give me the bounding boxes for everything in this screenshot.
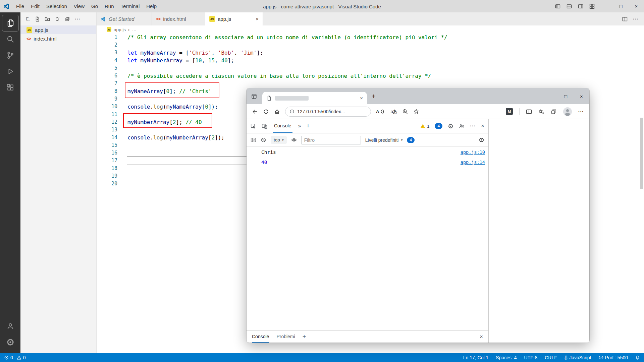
search-icon[interactable] — [2, 31, 18, 47]
explorer-more-icon[interactable]: ··· — [75, 16, 80, 22]
tab-get-started[interactable]: Get Started — [97, 12, 152, 25]
favorites-icon[interactable] — [538, 109, 544, 115]
accounts-icon[interactable] — [2, 318, 18, 334]
browser-close-button[interactable]: × — [574, 88, 589, 104]
extensions-icon[interactable] — [2, 79, 18, 96]
settings-gear-icon[interactable] — [2, 334, 18, 350]
console-filter-input[interactable] — [301, 136, 361, 144]
minimize-button[interactable]: – — [598, 0, 613, 12]
new-folder-icon[interactable] — [45, 16, 50, 22]
message-count-badge[interactable]: 4 — [435, 123, 442, 129]
browser-settings-more-icon[interactable]: ··· — [578, 109, 584, 114]
menu-go[interactable]: Go — [88, 2, 101, 10]
zoom-icon[interactable] — [402, 109, 408, 115]
inspect-element-icon[interactable] — [251, 123, 256, 129]
menu-selection[interactable]: Selection — [43, 2, 70, 10]
language-mode[interactable]: {} JavaScript — [565, 355, 591, 360]
warning-badge[interactable]: 1 — [420, 124, 429, 129]
bottom-tab-console[interactable]: Console — [252, 331, 269, 343]
toggle-panel-icon[interactable] — [564, 0, 575, 12]
indentation[interactable]: Spaces: 4 — [496, 355, 517, 360]
new-tab-button[interactable]: + — [372, 93, 376, 100]
tab-close-icon[interactable]: × — [256, 16, 259, 22]
file-item-appjs[interactable]: JS app.js — [20, 25, 96, 34]
device-toolbar-icon[interactable] — [262, 123, 267, 129]
console-source-link[interactable]: app.js:10 — [461, 149, 485, 155]
customize-layout-icon[interactable] — [586, 0, 598, 12]
console-row[interactable]: Chris app.js:10 — [247, 147, 488, 157]
problems-indicator[interactable]: 0 0 — [4, 355, 26, 360]
devtools-settings-icon[interactable] — [448, 123, 453, 129]
browser-minimize-button[interactable]: – — [542, 88, 558, 104]
explorer-icon[interactable] — [2, 15, 18, 31]
menu-file[interactable]: File — [13, 2, 28, 10]
devtools-more-icon[interactable]: ··· — [470, 123, 476, 129]
code-line[interactable] — [127, 41, 644, 49]
pinned-extension-m-icon[interactable]: M — [506, 108, 513, 115]
console-row[interactable]: 40 app.js:14 — [247, 157, 488, 167]
add-devtools-tab-icon[interactable]: + — [306, 123, 310, 130]
tab-actions-icon[interactable] — [251, 94, 257, 99]
menu-run[interactable]: Run — [101, 2, 117, 10]
clear-console-icon[interactable] — [261, 137, 266, 143]
editor-scrollbar[interactable] — [640, 118, 643, 189]
new-file-icon[interactable] — [35, 16, 40, 22]
collapse-folders-icon[interactable] — [65, 16, 70, 22]
refresh-icon[interactable] — [263, 109, 269, 115]
back-icon[interactable] — [252, 109, 258, 115]
profile-avatar[interactable] — [563, 107, 572, 116]
console-settings-icon[interactable] — [479, 137, 484, 143]
breadcrumb-more[interactable]: … — [132, 27, 137, 32]
split-screen-icon[interactable] — [526, 109, 532, 115]
close-button[interactable]: × — [629, 0, 644, 12]
devtools-profiles-icon[interactable] — [459, 123, 465, 129]
live-server-port[interactable]: Port : 5500 — [599, 355, 628, 360]
home-icon[interactable] — [274, 109, 280, 115]
menu-view[interactable]: View — [70, 2, 88, 10]
code-line[interactable]: let myNumberArray = [10, 15, 40]; — [127, 57, 644, 64]
toggle-sidebar-icon[interactable] — [552, 0, 564, 12]
translate-icon[interactable]: aあ — [390, 109, 397, 115]
browser-tab-close-icon[interactable]: × — [360, 95, 363, 101]
address-bar[interactable]: 127.0.0.1:5500/index... — [285, 107, 371, 117]
favorite-add-icon[interactable] — [413, 109, 419, 115]
encoding[interactable]: UTF-8 — [524, 355, 538, 360]
refresh-explorer-icon[interactable] — [55, 16, 60, 22]
browser-tab[interactable]: × — [262, 92, 367, 104]
split-editor-icon[interactable] — [622, 16, 628, 22]
bottom-close-icon[interactable]: × — [480, 334, 483, 340]
read-aloud-icon[interactable]: A — [376, 109, 385, 115]
breadcrumb-file[interactable]: app.js — [114, 27, 126, 32]
code-line[interactable]: /* è possibile accedere a ciascun valore… — [127, 72, 644, 80]
bottom-add-tab-icon[interactable]: + — [303, 333, 306, 340]
eol-sequence[interactable]: CRLF — [545, 355, 557, 360]
bottom-tab-problems[interactable]: Problemi — [276, 331, 295, 343]
page-viewport[interactable] — [489, 119, 589, 343]
menu-help[interactable]: Help — [143, 2, 160, 10]
cursor-position[interactable]: Ln 17, Col 1 — [463, 355, 489, 360]
maximize-button[interactable]: □ — [613, 0, 629, 12]
notifications-bell-icon[interactable] — [635, 355, 640, 360]
devtools-close-icon[interactable]: × — [481, 123, 484, 129]
console-message-badge[interactable]: 4 — [407, 137, 415, 143]
collections-icon[interactable] — [551, 109, 557, 115]
menu-edit[interactable]: Edit — [28, 2, 43, 10]
file-item-indexhtml[interactable]: <> index.html — [20, 34, 96, 43]
tab-index-html[interactable]: <> index.html — [152, 12, 205, 25]
console-source-link[interactable]: app.js:14 — [461, 160, 485, 165]
eye-icon[interactable] — [291, 137, 297, 143]
more-tabs-icon[interactable]: » — [298, 123, 301, 129]
console-sidebar-icon[interactable] — [251, 137, 256, 143]
run-and-debug-icon[interactable] — [2, 63, 18, 79]
menu-terminal[interactable]: Terminal — [117, 2, 143, 10]
code-line[interactable]: /* Gli array consentono di associare ad … — [127, 34, 644, 41]
devtools-tab-console[interactable]: Console — [273, 119, 292, 133]
browser-maximize-button[interactable]: □ — [558, 88, 574, 104]
editor-more-icon[interactable]: ··· — [633, 16, 639, 22]
context-selector[interactable]: top ▾ — [271, 136, 287, 144]
toggle-secondary-sidebar-icon[interactable] — [575, 0, 586, 12]
code-line[interactable] — [127, 64, 644, 72]
log-levels-dropdown[interactable]: Livelli predefiniti ▾ — [365, 137, 403, 143]
code-line[interactable]: let myNameArray = ['Chris', 'Bob', 'Jim'… — [127, 49, 644, 57]
tab-app-js[interactable]: JS app.js × — [205, 12, 263, 25]
